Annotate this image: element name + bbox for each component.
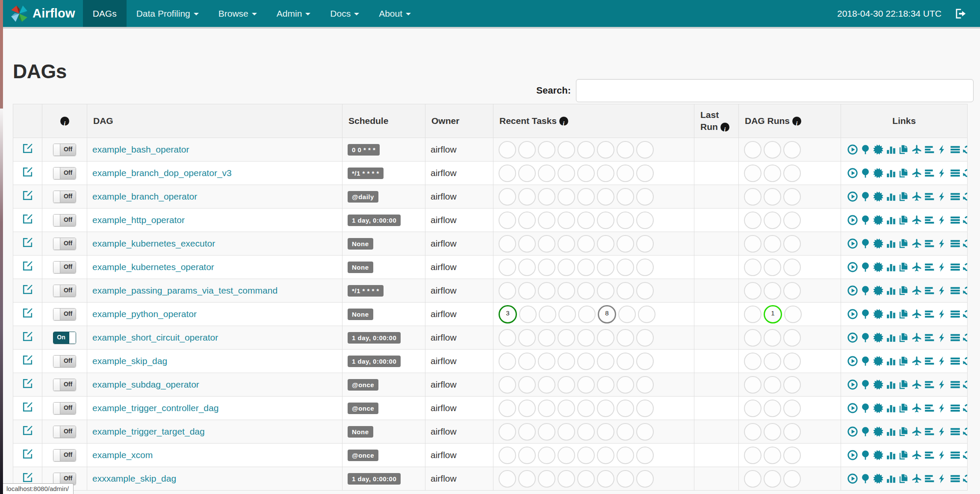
graph-view-icon[interactable] bbox=[873, 403, 884, 414]
task-duration-icon[interactable] bbox=[886, 309, 897, 320]
tree-view-icon[interactable] bbox=[860, 238, 871, 249]
trigger-dag-icon[interactable] bbox=[847, 473, 858, 484]
dag-pause-toggle[interactable]: Off bbox=[53, 308, 76, 321]
code-icon[interactable] bbox=[937, 426, 948, 437]
recent-task-circle-6[interactable] bbox=[597, 282, 614, 300]
dag-link[interactable]: example_kubernetes_executor bbox=[92, 238, 215, 248]
task-duration-icon[interactable] bbox=[886, 356, 897, 367]
code-icon[interactable] bbox=[937, 238, 948, 249]
dag-run-circle-1[interactable] bbox=[744, 400, 762, 417]
edit-dag-icon[interactable] bbox=[22, 213, 33, 225]
recent-task-circle-2[interactable] bbox=[518, 188, 536, 206]
tree-view-icon[interactable] bbox=[860, 191, 871, 202]
recent-task-circle-5[interactable] bbox=[577, 282, 595, 300]
tree-view-icon[interactable] bbox=[860, 379, 871, 390]
recent-task-circle-7[interactable] bbox=[617, 470, 634, 488]
task-tries-icon[interactable] bbox=[898, 191, 909, 202]
recent-task-circle-3[interactable] bbox=[539, 306, 556, 323]
recent-task-circle-6[interactable]: 8 bbox=[598, 305, 616, 323]
recent-task-circle-4[interactable] bbox=[558, 470, 575, 488]
edit-dag-icon[interactable] bbox=[22, 237, 33, 248]
logs-icon[interactable] bbox=[950, 262, 961, 273]
refresh-icon[interactable] bbox=[962, 379, 968, 390]
logs-icon[interactable] bbox=[950, 215, 961, 226]
recent-task-circle-7[interactable] bbox=[617, 141, 634, 159]
dag-run-circle-2[interactable] bbox=[764, 259, 781, 276]
refresh-icon[interactable] bbox=[962, 168, 968, 179]
dag-run-circle-1[interactable] bbox=[744, 353, 762, 370]
schedule-badge[interactable]: */1 * * * * bbox=[348, 168, 384, 179]
gantt-icon[interactable] bbox=[924, 238, 935, 249]
dag-pause-toggle[interactable]: Off bbox=[53, 238, 76, 250]
recent-task-circle-1[interactable] bbox=[499, 235, 516, 253]
trigger-dag-icon[interactable] bbox=[847, 309, 858, 320]
tree-view-icon[interactable] bbox=[860, 144, 871, 155]
task-tries-icon[interactable] bbox=[898, 379, 909, 390]
recent-task-circle-8[interactable] bbox=[636, 188, 654, 206]
trigger-dag-icon[interactable] bbox=[847, 450, 858, 461]
dag-run-circle-2[interactable] bbox=[764, 188, 781, 206]
gantt-icon[interactable] bbox=[924, 403, 935, 414]
task-tries-icon[interactable] bbox=[898, 356, 909, 367]
info-icon[interactable] bbox=[60, 117, 69, 126]
dag-run-circle-2[interactable] bbox=[764, 282, 781, 300]
landing-times-icon[interactable] bbox=[911, 426, 922, 437]
recent-task-circle-4[interactable] bbox=[558, 306, 576, 323]
logs-icon[interactable] bbox=[950, 356, 961, 367]
gantt-icon[interactable] bbox=[924, 215, 935, 226]
code-icon[interactable] bbox=[937, 215, 948, 226]
task-tries-icon[interactable] bbox=[898, 168, 909, 179]
logs-icon[interactable] bbox=[950, 238, 961, 249]
recent-task-circle-5[interactable] bbox=[577, 259, 595, 276]
graph-view-icon[interactable] bbox=[873, 285, 884, 296]
task-duration-icon[interactable] bbox=[886, 215, 897, 226]
dag-run-circle-3[interactable] bbox=[783, 235, 801, 253]
graph-view-icon[interactable] bbox=[873, 450, 884, 461]
dag-link[interactable]: example_short_circuit_operator bbox=[92, 332, 218, 342]
nav-item-dags[interactable]: DAGs bbox=[83, 0, 127, 27]
logs-icon[interactable] bbox=[950, 403, 961, 414]
trigger-dag-icon[interactable] bbox=[847, 144, 858, 155]
recent-task-circle-5[interactable] bbox=[577, 141, 595, 159]
recent-task-circle-1[interactable] bbox=[499, 165, 516, 182]
task-duration-icon[interactable] bbox=[886, 191, 897, 202]
dag-run-circle-3[interactable] bbox=[783, 329, 801, 347]
schedule-badge[interactable]: 1 day, 0:00:00 bbox=[348, 332, 401, 344]
refresh-icon[interactable] bbox=[962, 144, 968, 155]
dag-run-circle-3[interactable] bbox=[783, 423, 801, 441]
recent-task-circle-4[interactable] bbox=[558, 282, 575, 300]
schedule-badge[interactable]: 1 day, 0:00:00 bbox=[348, 215, 401, 226]
recent-task-circle-7[interactable] bbox=[617, 235, 634, 253]
recent-task-circle-7[interactable] bbox=[617, 400, 634, 417]
dag-run-circle-3[interactable] bbox=[783, 141, 801, 159]
code-icon[interactable] bbox=[937, 356, 948, 367]
schedule-badge[interactable]: @daily bbox=[348, 191, 378, 203]
task-duration-icon[interactable] bbox=[886, 168, 897, 179]
recent-task-circle-1[interactable] bbox=[499, 212, 516, 229]
schedule-badge[interactable]: None bbox=[348, 309, 373, 320]
schedule-badge[interactable]: @once bbox=[348, 379, 378, 391]
dag-run-circle-3[interactable] bbox=[783, 212, 801, 229]
edit-dag-icon[interactable] bbox=[22, 166, 33, 178]
recent-task-circle-6[interactable] bbox=[597, 165, 614, 182]
dag-link[interactable]: example_bash_operator bbox=[92, 144, 189, 154]
recent-task-circle-7[interactable] bbox=[617, 329, 634, 347]
edit-dag-icon[interactable] bbox=[22, 143, 33, 154]
landing-times-icon[interactable] bbox=[911, 332, 922, 343]
schedule-badge[interactable]: 1 day, 0:00:00 bbox=[348, 473, 401, 485]
graph-view-icon[interactable] bbox=[873, 238, 884, 249]
gantt-icon[interactable] bbox=[924, 450, 935, 461]
dag-run-circle-2[interactable]: 1 bbox=[764, 305, 782, 323]
trigger-dag-icon[interactable] bbox=[847, 215, 858, 226]
dag-run-circle-3[interactable] bbox=[783, 353, 801, 370]
task-duration-icon[interactable] bbox=[886, 238, 897, 249]
recent-task-circle-4[interactable] bbox=[558, 353, 575, 370]
recent-task-circle-5[interactable] bbox=[577, 235, 595, 253]
recent-task-circle-3[interactable] bbox=[538, 188, 555, 206]
refresh-icon[interactable] bbox=[962, 285, 968, 296]
edit-dag-icon[interactable] bbox=[22, 284, 33, 295]
recent-task-circle-2[interactable] bbox=[518, 259, 536, 276]
dag-run-circle-3[interactable] bbox=[783, 259, 801, 276]
dag-pause-toggle[interactable]: Off bbox=[53, 214, 76, 226]
tree-view-icon[interactable] bbox=[860, 450, 871, 461]
